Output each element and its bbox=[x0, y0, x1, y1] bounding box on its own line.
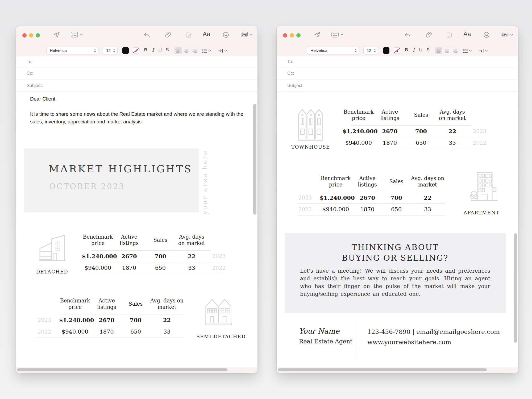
format-button[interactable]: Aa bbox=[463, 31, 471, 38]
stepper-icon bbox=[94, 49, 96, 52]
cc-field[interactable]: Cc: bbox=[16, 67, 257, 80]
to-label: To: bbox=[287, 59, 293, 64]
vertical-scrollbar[interactable] bbox=[514, 233, 517, 343]
townhouse-label: TOWNHOUSE bbox=[288, 144, 333, 150]
send-button[interactable] bbox=[314, 31, 321, 38]
col-header-listings: Active listings bbox=[114, 233, 144, 248]
stepper-icon bbox=[374, 49, 376, 52]
col-header-benchmark: Benchmark price bbox=[59, 297, 91, 311]
stepper-icon bbox=[355, 49, 357, 52]
italic-button[interactable]: I bbox=[150, 47, 156, 53]
align-center-button[interactable] bbox=[183, 47, 190, 54]
header-fields-button[interactable] bbox=[71, 31, 83, 38]
reply-button[interactable] bbox=[143, 32, 150, 39]
send-button[interactable] bbox=[53, 31, 60, 38]
subject-field[interactable]: Subject: bbox=[277, 80, 518, 92]
highlight-color-swatch[interactable]: a bbox=[394, 47, 400, 54]
italic-button[interactable]: I bbox=[410, 47, 417, 53]
detached-table: Benchmark price Active listings Sales Av… bbox=[82, 233, 231, 274]
contact-phone-email: 123-456-7890 | email@emailgoeshere.com bbox=[367, 328, 500, 335]
banner-subtitle: OCTOBER 2023 bbox=[49, 182, 125, 191]
format-bar: Helvetica 12 a B I U S bbox=[277, 45, 518, 57]
table-row-2023: 2023 $1.240.000 2670 700 22 bbox=[290, 192, 446, 203]
underline-button[interactable]: U bbox=[157, 47, 163, 53]
chevron-down-icon bbox=[80, 34, 83, 36]
mail-compose-window-left: Aa Helvetica 12 a B I U S To: Cc: Subjec… bbox=[16, 26, 257, 373]
email-body-left[interactable]: Dear Client, It is time to share some ne… bbox=[16, 92, 257, 367]
font-family-select[interactable]: Helvetica bbox=[46, 47, 98, 54]
cc-field[interactable]: Cc: bbox=[277, 67, 518, 80]
highlight-color-swatch[interactable]: a bbox=[133, 47, 139, 54]
to-label: To: bbox=[27, 59, 33, 64]
indent-button[interactable] bbox=[478, 47, 488, 54]
chevron-down-icon bbox=[469, 50, 472, 52]
cc-label: Cc: bbox=[27, 71, 34, 76]
bold-button[interactable]: B bbox=[403, 47, 410, 53]
strikethrough-button[interactable]: S bbox=[425, 47, 431, 53]
format-button[interactable]: Aa bbox=[203, 31, 210, 38]
col-header-listings: Active listings bbox=[375, 108, 405, 123]
email-body-right[interactable]: TOWNHOUSE Benchmark price Active listing… bbox=[277, 92, 518, 367]
list-style-button[interactable] bbox=[202, 47, 211, 54]
table-row-2023: 2023 $1.240.000 2670 700 22 bbox=[30, 314, 185, 326]
compose-icon[interactable] bbox=[446, 31, 453, 38]
col-header-avg-days: Avg. days on market bbox=[149, 297, 185, 311]
compose-icon[interactable] bbox=[185, 31, 192, 38]
col-header-sales: Sales bbox=[144, 233, 176, 248]
townhouse-table: Benchmark price Active listings Sales Av… bbox=[343, 108, 492, 149]
font-size-select[interactable]: 12 bbox=[363, 47, 378, 54]
minimize-button[interactable] bbox=[290, 33, 294, 38]
photo-browser-button[interactable] bbox=[501, 31, 513, 38]
horizontal-scrollbar[interactable] bbox=[278, 368, 487, 371]
table-row-2023: $1.240.000 2670 700 22 2023 bbox=[343, 125, 492, 137]
cta-body-text: Let's have a meeting! We will discuss yo… bbox=[300, 267, 490, 298]
vertical-scrollbar[interactable] bbox=[253, 104, 256, 215]
photo-browser-button[interactable] bbox=[240, 31, 253, 38]
align-right-button[interactable] bbox=[452, 47, 459, 54]
chevron-down-icon bbox=[340, 34, 344, 36]
col-header-listings: Active listings bbox=[91, 297, 122, 311]
zoom-button[interactable] bbox=[36, 33, 40, 38]
font-size-select[interactable]: 12 bbox=[103, 47, 118, 54]
emoji-button[interactable] bbox=[483, 31, 490, 38]
minimize-button[interactable] bbox=[29, 33, 33, 38]
zoom-button[interactable] bbox=[296, 33, 301, 38]
semi-detached-label: SEMI-DETACHED bbox=[196, 334, 246, 339]
indent-button[interactable] bbox=[218, 47, 227, 54]
subject-field[interactable]: Subject: bbox=[16, 80, 257, 92]
bold-button[interactable]: B bbox=[143, 47, 149, 53]
chevron-down-icon bbox=[250, 34, 253, 36]
align-left-button[interactable] bbox=[174, 47, 182, 54]
market-highlights-banner: MARKET HIGHLIGHTS OCTOBER 2023 bbox=[24, 148, 199, 212]
list-style-button[interactable] bbox=[463, 47, 472, 54]
strikethrough-button[interactable]: S bbox=[164, 47, 171, 53]
to-field[interactable]: To: bbox=[277, 56, 518, 67]
align-right-button[interactable] bbox=[191, 47, 198, 54]
intro-text: It is time to share some news about the … bbox=[30, 110, 247, 126]
align-left-button[interactable] bbox=[435, 47, 442, 54]
col-header-listings: Active listings bbox=[352, 174, 383, 189]
chevron-down-icon bbox=[485, 50, 488, 52]
align-center-button[interactable] bbox=[443, 47, 451, 54]
attach-button[interactable] bbox=[165, 31, 172, 38]
col-header-sales: Sales bbox=[122, 297, 149, 311]
text-color-swatch[interactable] bbox=[122, 47, 129, 54]
col-header-benchmark: Benchmark price bbox=[82, 233, 114, 248]
close-button[interactable] bbox=[22, 33, 27, 38]
font-family-select[interactable]: Helvetica bbox=[307, 47, 359, 54]
col-header-avg-days: Avg. days on market bbox=[437, 108, 468, 123]
townhouse-icon bbox=[298, 106, 323, 141]
reply-button[interactable] bbox=[404, 32, 411, 39]
to-field[interactable]: To: bbox=[16, 56, 257, 67]
detached-house-icon bbox=[38, 231, 66, 261]
close-button[interactable] bbox=[283, 33, 287, 38]
footer-divider bbox=[356, 321, 356, 358]
emoji-button[interactable] bbox=[222, 31, 229, 38]
header-fields-button[interactable] bbox=[331, 31, 344, 38]
text-color-swatch[interactable] bbox=[383, 47, 389, 54]
underline-button[interactable]: U bbox=[418, 47, 424, 53]
horizontal-scrollbar[interactable] bbox=[17, 368, 227, 371]
attach-button[interactable] bbox=[426, 31, 433, 38]
agent-name: Your Name bbox=[299, 327, 339, 335]
col-header-sales: Sales bbox=[383, 174, 410, 189]
